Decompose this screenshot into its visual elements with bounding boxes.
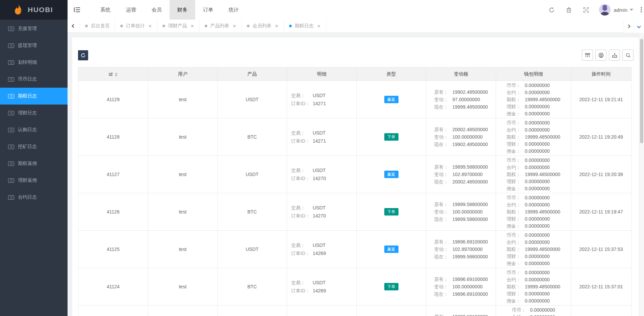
vertical-scrollbar[interactable] (639, 33, 644, 316)
collapse-sidebar-button[interactable] (68, 0, 86, 20)
cell-product (217, 306, 287, 316)
content-area: id 用户 产品 明细 类型 变动额 钱包明细 操作时间 41129 test … (68, 33, 644, 316)
nav-item-operation[interactable]: 运营 (118, 0, 144, 20)
sidebar-item-label: 理财日志 (18, 110, 37, 116)
tab-close-icon[interactable]: ✕ (317, 24, 321, 28)
cell-id: 41128 (78, 118, 148, 156)
sidebar-item-subscribe-log[interactable]: 认购日志 (0, 121, 68, 138)
cell-wallet: 币币：0.00000000 合约：0.00000000 期权：19999.485… (496, 231, 571, 268)
cell-amount: 原有：19902.48500000 变动：97.00000000 现在：1999… (426, 81, 496, 118)
user-dropdown-caret-icon[interactable] (630, 9, 633, 11)
scrollbar-thumb[interactable] (640, 39, 643, 143)
cell-id: 41127 (78, 156, 148, 193)
tab-close-icon[interactable]: ✕ (148, 24, 152, 28)
sidebar-item-option-rebate[interactable]: 期权返佣 (0, 155, 68, 172)
money-icon (8, 111, 14, 115)
cell-time: 2022-12-11 15:37:01 (571, 268, 632, 306)
sidebar: 充值管理 提现管理 划转明细 币币日志 期权日志 理财日志 认购日志 挖矿日志 … (0, 20, 68, 316)
tab-label: 后台首页 (91, 23, 110, 29)
nav-item-system[interactable]: 系统 (93, 0, 118, 20)
tab-scroll-left-button[interactable] (68, 20, 80, 32)
tab-label: 产品列表 (210, 23, 229, 29)
tab-dot-icon (162, 25, 165, 27)
sidebar-item-transfer[interactable]: 划转明细 (0, 54, 68, 71)
column-header-wallet: 钱包明细 (496, 67, 571, 81)
huobi-flame-icon (13, 4, 24, 16)
sort-icon[interactable] (115, 73, 118, 77)
sidebar-item-contract-log[interactable]: 合约日志 (0, 189, 68, 206)
tab-menu-button[interactable] (634, 20, 644, 33)
sidebar-item-withdraw[interactable]: 提现管理 (0, 37, 68, 54)
table-row: 41127 test USDT 交易：USDT 订单ID：14270 赢返 原有… (78, 156, 632, 193)
table-header-row: id 用户 产品 明细 类型 变动额 钱包明细 操作时间 (78, 67, 632, 81)
refresh-icon (81, 53, 85, 58)
cell-time: 2022-12-11 15:37:53 (571, 231, 632, 268)
nav-item-order[interactable]: 订单 (195, 0, 221, 20)
type-badge: 赢返 (384, 96, 398, 103)
cell-detail: 交易：USDT 订单ID：14271 (287, 118, 357, 156)
sidebar-item-recharge[interactable]: 充值管理 (0, 20, 68, 37)
cell-amount: 原有：19896.69100000 变动：102.89700000 现在：199… (426, 231, 496, 268)
money-icon (8, 44, 14, 48)
column-label: id (109, 71, 112, 77)
cell-detail: 交易：USDT 订单ID：14270 (287, 156, 357, 193)
column-header-id[interactable]: id (78, 67, 148, 81)
avatar[interactable] (599, 4, 611, 16)
tab-dot-icon (85, 25, 88, 27)
nav-item-finance[interactable]: 财务 (170, 0, 195, 20)
sidebar-item-label: 充值管理 (18, 26, 37, 32)
tab-finance-products[interactable]: 理财产品 ✕ (157, 20, 200, 32)
tab-scroll-right-button[interactable] (623, 20, 634, 33)
tab-home[interactable]: 后台首页 (80, 20, 115, 32)
brand-name: HUOBI (28, 6, 53, 14)
sidebar-item-label: 划转明细 (18, 59, 37, 65)
more-icon[interactable] (641, 6, 642, 13)
print-button[interactable] (595, 50, 607, 61)
fullscreen-icon[interactable] (583, 7, 589, 13)
tab-close-icon[interactable]: ✕ (275, 24, 279, 28)
columns-toggle-button[interactable] (582, 50, 593, 61)
sidebar-item-option-log[interactable]: 期权日志 (0, 88, 68, 105)
cell-detail: 交易：USDT 订单ID：14269 (287, 268, 357, 306)
cell-id: 41125 (78, 231, 148, 268)
money-icon (8, 77, 14, 82)
sidebar-item-finance-rebate[interactable]: 理财返佣 (0, 172, 68, 189)
tab-dot-icon (205, 25, 207, 27)
sidebar-item-finance-log[interactable]: 理财日志 (0, 105, 68, 121)
refresh-icon[interactable] (549, 7, 555, 13)
money-icon (8, 162, 14, 166)
tab-product-list[interactable]: 产品列表 ✕ (200, 20, 242, 32)
tab-dot-icon (247, 25, 250, 27)
cell-detail: 交易：USDT 订单ID：14270 (287, 193, 357, 231)
column-header-detail: 明细 (287, 67, 357, 81)
cell-wallet: 币币：0.00000000 合约：0.00000000 期权：19999.485… (496, 81, 571, 118)
sidebar-item-label: 合约日志 (18, 194, 37, 200)
search-icon (625, 53, 631, 58)
trash-icon[interactable] (566, 7, 572, 13)
table-row: 41124 test BTC 交易：USDT 订单ID：14269 下单 原有：… (78, 268, 632, 306)
search-button[interactable] (622, 50, 634, 61)
cell-product: BTC (217, 268, 287, 306)
nav-item-member[interactable]: 会员 (144, 0, 170, 20)
sidebar-item-label: 期权返佣 (18, 161, 37, 167)
sidebar-item-coin-log[interactable]: 币币日志 (0, 71, 68, 88)
cell-type: 赢返 (357, 231, 426, 268)
export-button[interactable] (609, 50, 620, 61)
cell-id: 41129 (78, 81, 148, 118)
cell-type: 下单 (357, 118, 426, 156)
cell-detail: 交易：USDT 订单ID：14271 (287, 81, 357, 118)
nav-item-stats[interactable]: 统计 (221, 0, 247, 20)
tab-order-stats[interactable]: 订单统计 ✕ (115, 20, 157, 32)
sidebar-item-mining-log[interactable]: 挖矿日志 (0, 138, 68, 155)
cell-id: 41126 (78, 193, 148, 231)
tab-close-icon[interactable]: ✕ (233, 24, 236, 28)
option-log-table: id 用户 产品 明细 类型 变动额 钱包明细 操作时间 41129 test … (78, 67, 632, 316)
tab-member-list[interactable]: 会员列表 ✕ (242, 20, 284, 32)
cell-user: test (148, 193, 217, 231)
table-refresh-button[interactable] (78, 50, 88, 60)
tab-close-icon[interactable]: ✕ (190, 24, 194, 28)
sidebar-item-label: 理财返佣 (18, 177, 37, 183)
type-badge: 赢返 (384, 246, 398, 253)
tab-option-log[interactable]: 期权日志 ✕ (284, 20, 326, 32)
username-label[interactable]: admin (614, 7, 627, 13)
